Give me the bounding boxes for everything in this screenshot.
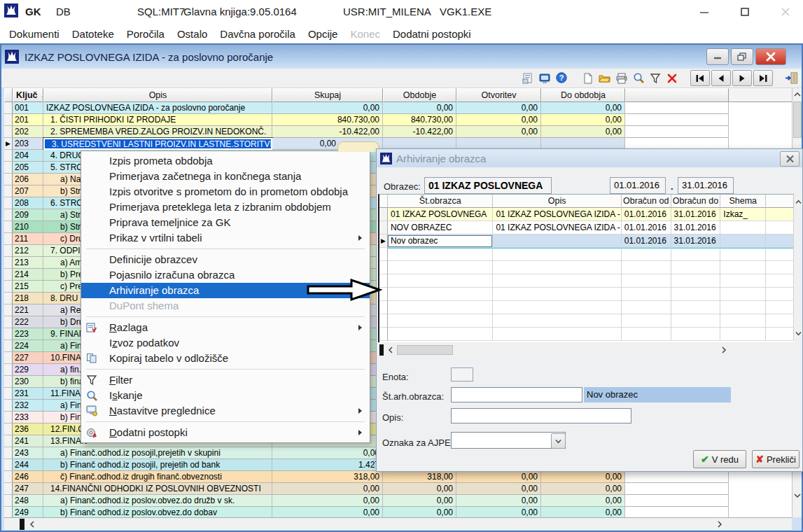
grid-header-blank-0[interactable]: [4, 88, 13, 102]
cell-otvoritev: 0,00: [456, 126, 541, 138]
scroll-up-icon[interactable]: [793, 89, 802, 100]
menubar-item-dav-na-poro-ila[interactable]: Davčna poročila: [214, 26, 302, 42]
date-from-field[interactable]: 01.01.2016: [610, 177, 666, 194]
dialog-scroll-down-icon[interactable]: [795, 328, 802, 338]
enota-field[interactable]: [451, 368, 473, 382]
menu-item-izpis-prometa-obdobja[interactable]: Izpis prometa obdobja: [81, 153, 370, 169]
scroll-left-icon[interactable]: [27, 519, 38, 530]
menu-item-priprava-temeljnice-za-gk[interactable]: Priprava temeljnice za GK: [81, 215, 370, 230]
splitter-handle[interactable]: [20, 519, 25, 530]
dialog-scroll-right-icon[interactable]: [718, 344, 729, 356]
menu-item-nastavitve-preglednice[interactable]: Nastavitve preglednice: [81, 403, 370, 419]
menu-item-iskanje[interactable]: Iskanje: [81, 388, 370, 403]
exit-icon[interactable]: [783, 71, 799, 86]
menubar-item-konec[interactable]: Konec: [344, 26, 386, 42]
report-icon[interactable]: [519, 71, 536, 86]
grid-header-klju[interactable]: Ključ: [13, 88, 43, 102]
dialog-grid-row-nov-obrazec[interactable]: ▶Nov obrazec01.01.201631.01.2016: [379, 234, 794, 248]
menu-item-izpis-otvoritve-s-prometom-do-in-prometom-obdobja[interactable]: Izpis otvoritve s prometom do in prometo…: [81, 184, 370, 200]
obrazec-value[interactable]: 01 IZKAZ POSLOVNEGA: [424, 177, 552, 194]
search-icon[interactable]: [630, 71, 647, 86]
vertical-scroll-thumb[interactable]: [793, 102, 802, 138]
dialog-cell-od: 01.01.2016: [622, 234, 671, 248]
date-to-field[interactable]: 31.01.2016: [678, 177, 734, 194]
grid-row-202[interactable]: 2022. SPREMEMBA VRED.ZALOG PROIZV.IN NED…: [4, 126, 792, 138]
scroll-right-icon[interactable]: [714, 519, 725, 530]
ok-button[interactable]: ✔ V redu: [693, 450, 746, 468]
dialog-scroll-left-icon[interactable]: [385, 344, 396, 356]
cell-key: 215: [13, 281, 43, 293]
grid-row-247[interactable]: 24714.FINANČNI ODHODKI IZ POSLOVNIH OBVE…: [4, 483, 792, 495]
grid-header-do-obdobja[interactable]: Do obdobja: [541, 88, 625, 102]
menubar-item-ostalo[interactable]: Ostalo: [171, 26, 214, 42]
minimize-button[interactable]: [690, 3, 718, 21]
menu-item-izvoz-podatkov[interactable]: Izvoz podatkov: [81, 335, 370, 351]
grid-row-201[interactable]: 2011. ČISTI PRIHODKI IZ PRODAJE840.730,0…: [4, 114, 792, 126]
menu-item-primerjava-preteklega-leta-z-izbranim-obdobjem[interactable]: Primerjava preteklega leta z izbranim ob…: [81, 200, 370, 215]
maximize-button[interactable]: [731, 3, 759, 21]
grid-header-otvoritev[interactable]: Otvoritev: [456, 88, 541, 102]
grid-row-001[interactable]: 001IZKAZ POSLOVNEGA IZIDA - za poslovno …: [4, 102, 792, 114]
help-icon[interactable]: ?: [553, 71, 570, 86]
nav-first-icon[interactable]: [690, 70, 710, 86]
dialog-grid-header-blank[interactable]: [379, 195, 388, 208]
dialog-grid-header-shema[interactable]: Shema: [720, 195, 766, 208]
dialog-grid-header-obra-un-do[interactable]: Obračun do: [671, 195, 721, 208]
close-button[interactable]: [771, 3, 799, 21]
menu-item-prikaz-v-vrtilni-tabeli[interactable]: Prikaz v vrtilni tabeli: [81, 230, 370, 246]
dialog-edit-cell[interactable]: Nov obrazec: [388, 235, 492, 247]
nav-last-icon[interactable]: [753, 70, 773, 86]
menubar-item-dodatni-postopki[interactable]: Dodatni postopki: [386, 26, 477, 42]
nav-next-icon[interactable]: [732, 70, 752, 86]
menu-item-primerjava-za-etnega-in-kon-nega-stanja[interactable]: Primerjava začetnega in končnega stanja: [81, 169, 370, 184]
menu-item-razlaga[interactable]: Razlaga: [81, 320, 370, 335]
open-folder-icon[interactable]: [596, 71, 613, 86]
dialog-grid-row-01-izkaz-poslovnega[interactable]: 01 IZKAZ POSLOVNEGA01 IZKAZ POSLOVNEGA I…: [379, 208, 794, 221]
dialog-titlebar: Arhiviranje obrazca: [377, 149, 802, 167]
menu-item-filter[interactable]: Filter: [81, 372, 370, 388]
filter-icon[interactable]: [647, 71, 664, 86]
menu-item-definicije-obrazcev[interactable]: Definicije obrazcev: [81, 252, 370, 267]
grid-header-opis[interactable]: Opis: [43, 88, 272, 102]
delete-icon[interactable]: [664, 71, 680, 86]
dialog-splitter-handle[interactable]: [379, 344, 384, 356]
ajpes-select[interactable]: [451, 432, 566, 449]
grid-row-248[interactable]: 248a) Finanč.odhod.iz poslov.obvez.do dr…: [4, 495, 792, 507]
dialog-scroll-up-icon[interactable]: [795, 197, 802, 206]
menubar-item-poro-ila[interactable]: Poročila: [120, 26, 171, 42]
dialog-grid-header-t-obrazca[interactable]: Št.obrazca: [388, 195, 493, 208]
preview-icon[interactable]: [536, 71, 553, 86]
horizontal-scrollbar[interactable]: [4, 517, 792, 530]
dialog-close-button[interactable]: [780, 151, 799, 167]
grid-header-skupaj[interactable]: Skupaj: [272, 88, 383, 102]
dialog-cell-empty: [671, 328, 721, 341]
scroll-down-icon[interactable]: [793, 490, 802, 501]
child-restore-button[interactable]: [731, 48, 753, 65]
child-close-button[interactable]: [755, 48, 786, 65]
child-minimize-button[interactable]: [706, 48, 729, 65]
grid-row-249[interactable]: 249b) Finanč odhod.iz poslov.obvez.do do…: [4, 507, 792, 517]
dialog-grid-row-nov-obrazec[interactable]: NOV OBRAZEC01 IZKAZ POSLOVNEGA IZIDA - z…: [379, 221, 794, 234]
nav-prev-icon[interactable]: [711, 70, 731, 86]
cancel-button[interactable]: ✘ Prekliči: [752, 450, 799, 468]
dialog-scroll-thumb[interactable]: [397, 345, 453, 355]
st-arh-input[interactable]: [451, 387, 582, 402]
opis-input[interactable]: [451, 408, 631, 424]
menubar-item-opcije[interactable]: Opcije: [302, 26, 344, 42]
ajpes-dropdown-icon[interactable]: [551, 433, 566, 449]
print-icon[interactable]: [613, 71, 630, 86]
dialog-grid-header-obra-un-od[interactable]: Obračun od: [622, 195, 671, 208]
dialog-grid-header-blank[interactable]: [766, 195, 794, 208]
new-document-icon[interactable]: [580, 71, 596, 86]
grid-header-blank-7[interactable]: [625, 88, 729, 102]
grid-row-246[interactable]: 246č) Finanč.odhod.iz drugih finanč.obve…: [4, 471, 792, 483]
menubar-item-dokumenti[interactable]: Dokumenti: [3, 26, 66, 42]
menu-item-dodatni-postopki[interactable]: Dodatni postopki: [81, 425, 370, 440]
menu-item-kopiraj-tabelo-v-odlo-i-e[interactable]: Kopiraj tabelo v odložišče: [81, 351, 370, 366]
menubar-item-datoteke[interactable]: Datoteke: [66, 26, 120, 42]
dialog-horizontal-scrollbar[interactable]: [378, 344, 794, 356]
dialog-grid-header-opis[interactable]: Opis: [493, 195, 621, 208]
grid-header-obdobje[interactable]: Obdobje: [383, 88, 456, 102]
dialog-cell-empty: [388, 274, 493, 288]
mit-logo-icon: [5, 50, 19, 64]
